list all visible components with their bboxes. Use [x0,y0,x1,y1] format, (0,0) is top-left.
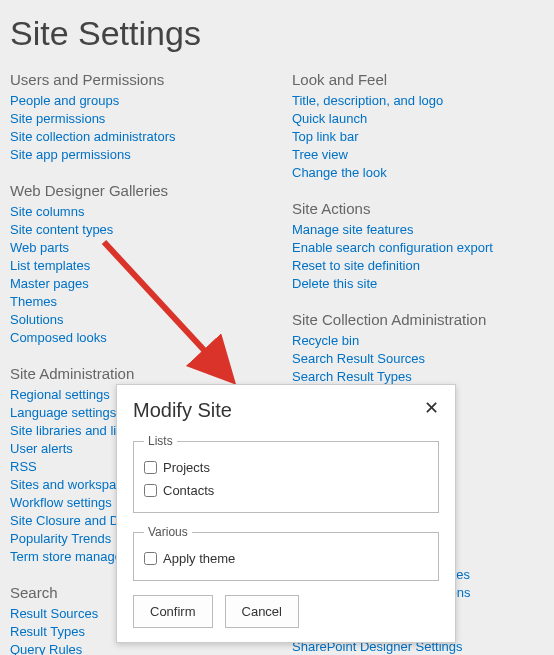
settings-link[interactable]: List templates [10,257,262,275]
settings-group: Look and FeelTitle, description, and log… [292,71,544,182]
fieldset-legend: Lists [144,434,177,448]
settings-link[interactable]: Delete this site [292,275,544,293]
settings-link[interactable]: People and groups [10,92,262,110]
dialog-fieldset: ListsProjectsContacts [133,434,439,513]
checkbox[interactable] [144,552,157,565]
settings-link[interactable]: Web parts [10,239,262,257]
settings-link[interactable]: Quick launch [292,110,544,128]
modify-site-dialog: Modify Site ✕ ListsProjectsContactsVario… [116,384,456,643]
checkbox-row[interactable]: Projects [144,456,428,479]
settings-link[interactable]: Themes [10,293,262,311]
settings-link[interactable]: Site content types [10,221,262,239]
checkbox-label: Contacts [163,483,214,498]
dialog-title: Modify Site [133,399,232,422]
settings-link[interactable]: Top link bar [292,128,544,146]
close-icon[interactable]: ✕ [424,399,439,417]
settings-link[interactable]: Site app permissions [10,146,262,164]
checkbox-row[interactable]: Apply theme [144,547,428,570]
group-title: Site Administration [10,365,262,382]
settings-link[interactable]: Title, description, and logo [292,92,544,110]
settings-link[interactable]: Query Rules [10,641,262,655]
page-title: Site Settings [0,0,554,71]
settings-link[interactable]: Site collection administrators [10,128,262,146]
settings-link[interactable]: Composed looks [10,329,262,347]
settings-link[interactable]: Search Result Sources [292,350,544,368]
settings-link[interactable]: Recycle bin [292,332,544,350]
settings-group: Web Designer GalleriesSite columnsSite c… [10,182,262,347]
checkbox-label: Projects [163,460,210,475]
settings-link[interactable]: Master pages [10,275,262,293]
dialog-fieldset: VariousApply theme [133,525,439,581]
confirm-button[interactable]: Confirm [133,595,213,628]
settings-group: Site ActionsManage site featuresEnable s… [292,200,544,293]
settings-link[interactable]: Change the look [292,164,544,182]
settings-link[interactable]: Manage site features [292,221,544,239]
settings-group: Users and PermissionsPeople and groupsSi… [10,71,262,164]
settings-link[interactable]: Reset to site definition [292,257,544,275]
checkbox[interactable] [144,461,157,474]
settings-link[interactable]: Site columns [10,203,262,221]
group-title: Web Designer Galleries [10,182,262,199]
checkbox-row[interactable]: Contacts [144,479,428,502]
checkbox-label: Apply theme [163,551,235,566]
fieldset-legend: Various [144,525,192,539]
settings-link[interactable]: Enable search configuration export [292,239,544,257]
settings-link[interactable]: Site permissions [10,110,262,128]
group-title: Site Actions [292,200,544,217]
group-title: Users and Permissions [10,71,262,88]
settings-link[interactable]: Solutions [10,311,262,329]
checkbox[interactable] [144,484,157,497]
settings-link[interactable]: Tree view [292,146,544,164]
group-title: Site Collection Administration [292,311,544,328]
cancel-button[interactable]: Cancel [225,595,299,628]
group-title: Look and Feel [292,71,544,88]
